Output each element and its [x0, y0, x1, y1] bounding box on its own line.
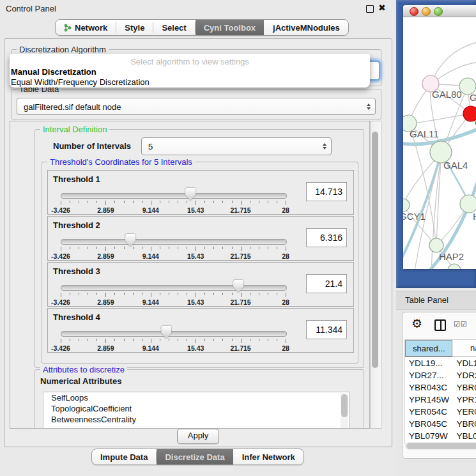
slider-tick [178, 201, 178, 203]
threshold-panel-4: Threshold 4-3.4262.8599.14415.4321.71528… [47, 308, 354, 353]
slider-scale-label: 2.859 [97, 298, 114, 306]
network-node-gcy1[interactable] [403, 199, 410, 211]
network-edge[interactable] [409, 114, 470, 124]
network-node-hap2[interactable] [429, 238, 443, 252]
slider-tick [187, 293, 187, 295]
slider-tick [105, 247, 106, 251]
attribute-list-item[interactable]: TopologicalCoefficient [43, 403, 349, 414]
tab-select[interactable]: Select [153, 20, 194, 35]
control-panel-tabs: NetworkStyleSelectCyni ToolboxjActiveMNo… [55, 19, 349, 36]
threshold-value-field[interactable]: 14.713 [306, 182, 347, 201]
slider-tick [105, 293, 106, 297]
tab-style[interactable]: Style [116, 20, 153, 35]
slider-tick [241, 339, 242, 343]
tab-impute-data[interactable]: Impute Data [92, 449, 156, 464]
algorithm-option-equal-width[interactable]: Equal Width/Frequency Discretization [11, 77, 150, 87]
attribute-list-item[interactable]: SelfLoops [43, 392, 349, 403]
threshold-value-field[interactable]: 11.344 [306, 320, 347, 339]
slider-tick [151, 247, 151, 251]
numerical-attributes-list[interactable]: SelfLoopsTopologicalCoefficientBetweenne… [43, 392, 349, 429]
attributes-scrollbar[interactable] [341, 394, 348, 428]
slider-tick [105, 339, 106, 343]
table-row[interactable]: YBR043CYBR0 [405, 381, 476, 394]
slider-scale-label: -3.426 [51, 298, 70, 306]
slider-scale-label: 9.144 [142, 206, 159, 214]
network-node-c[interactable] [463, 106, 476, 121]
network-node-h[interactable] [460, 195, 476, 213]
slider-tick [204, 247, 205, 249]
slider-tick [70, 339, 70, 341]
tab-network[interactable]: Network [56, 20, 116, 35]
table-row[interactable]: YDL19...YDL1 [405, 357, 476, 369]
slider-scale-label: 21.715 [231, 206, 251, 214]
slider-thumb[interactable] [161, 326, 171, 339]
slider-tick [232, 293, 233, 295]
slider-tick [277, 293, 277, 295]
table-horizontal-scrollbar[interactable] [405, 442, 476, 450]
algorithm-option-manual[interactable]: Manual Discretization [11, 67, 96, 77]
network-canvas[interactable]: GAL80GCGAL11GAL4GCY1HHAP2 [403, 17, 476, 269]
slider-tick [114, 293, 115, 295]
table-data-combobox[interactable]: galFiltered.sif default node [17, 98, 376, 115]
table-header-name[interactable]: na [452, 340, 476, 357]
threshold-value-field[interactable]: 21.4 [306, 274, 347, 293]
table-row[interactable]: YBL079WYBL0 [405, 430, 476, 442]
slider-tick [222, 201, 223, 203]
slider-tick [213, 339, 214, 341]
table-row[interactable]: YER054CYER0 [405, 406, 476, 418]
table-row[interactable]: YPR145WYPR1 [405, 394, 476, 406]
slider-thumb[interactable] [185, 188, 196, 201]
table-header-shared-name[interactable]: shared... [405, 340, 452, 357]
scrollbar-thumb[interactable] [406, 443, 476, 449]
attribute-list-item[interactable]: BetweennessCentrality [43, 414, 349, 425]
tab-discretize-data[interactable]: Discretize Data [157, 449, 233, 464]
table-data-value: galFiltered.sif default node [24, 102, 121, 111]
select-columns-icon[interactable]: ☑☑ [454, 320, 468, 328]
slider-thumb[interactable] [125, 234, 135, 247]
table-row[interactable]: YDR27...YDR2 [405, 369, 476, 381]
slider-track[interactable] [61, 193, 287, 199]
slider-tick [196, 201, 196, 205]
table-cell: YDL1 [452, 357, 476, 369]
node-table[interactable]: shared...na YDL19...YDL1YDR27...YDR2YBR0… [404, 339, 476, 444]
gear-icon[interactable]: ⚙ [411, 316, 422, 330]
threshold-slider-2[interactable]: -3.4262.8599.14415.4321.71528 [61, 233, 286, 259]
apply-button[interactable]: Apply [177, 429, 219, 444]
slider-tick [169, 201, 169, 203]
slider-track[interactable] [61, 285, 287, 291]
scrollbar-thumb[interactable] [372, 132, 378, 368]
tab-infer-network[interactable]: Infer Network [234, 449, 303, 464]
close-icon[interactable]: ✖ [378, 3, 386, 13]
close-traffic-light-icon[interactable] [410, 7, 418, 16]
slider-tick [187, 201, 187, 203]
threshold-slider-1[interactable]: -3.4262.8599.14415.4321.71528 [61, 187, 286, 213]
threshold-slider-4[interactable]: -3.4262.8599.14415.4321.71528 [61, 325, 286, 351]
minimize-traffic-light-icon[interactable] [422, 7, 431, 16]
slider-tick [222, 293, 223, 295]
slider-scale-label: 9.144 [142, 344, 159, 352]
float-window-icon[interactable] [366, 5, 374, 13]
threshold-panel-2: Threshold 2-3.4262.8599.14415.4321.71528… [47, 216, 354, 261]
slider-tick [268, 339, 268, 341]
thresholds-group-title: Threshold's Coordinates for 5 Intervals [47, 157, 195, 167]
slider-track[interactable] [61, 331, 287, 337]
threshold-slider-3[interactable]: -3.4262.8599.14415.4321.71528 [61, 279, 286, 305]
network-node[interactable] [448, 264, 461, 269]
threshold-value-field[interactable]: 6.316 [306, 228, 347, 247]
slider-tick [259, 247, 259, 249]
slider-tick [96, 339, 97, 341]
control-panel: Control Panel ✖ NetworkStyleSelectCyni T… [0, 0, 395, 476]
slider-thumb[interactable] [233, 280, 243, 293]
slider-scale-label: 21.715 [231, 298, 251, 306]
zoom-traffic-light-icon[interactable] [434, 7, 443, 16]
table-row[interactable]: YBR045CYBR0 [405, 418, 476, 430]
slider-tick [169, 293, 169, 295]
split-columns-icon[interactable] [434, 319, 446, 331]
slider-track[interactable] [61, 239, 287, 245]
slider-tick [133, 247, 134, 249]
tab-jactivemnodules[interactable]: jActiveMNodules [265, 20, 348, 35]
slider-scale-label: 15.43 [187, 344, 204, 352]
number-of-intervals-combobox[interactable]: 5 [141, 137, 332, 155]
tab-cyni-toolbox[interactable]: Cyni Toolbox [196, 20, 264, 35]
settings-scrollbar[interactable] [370, 121, 381, 429]
